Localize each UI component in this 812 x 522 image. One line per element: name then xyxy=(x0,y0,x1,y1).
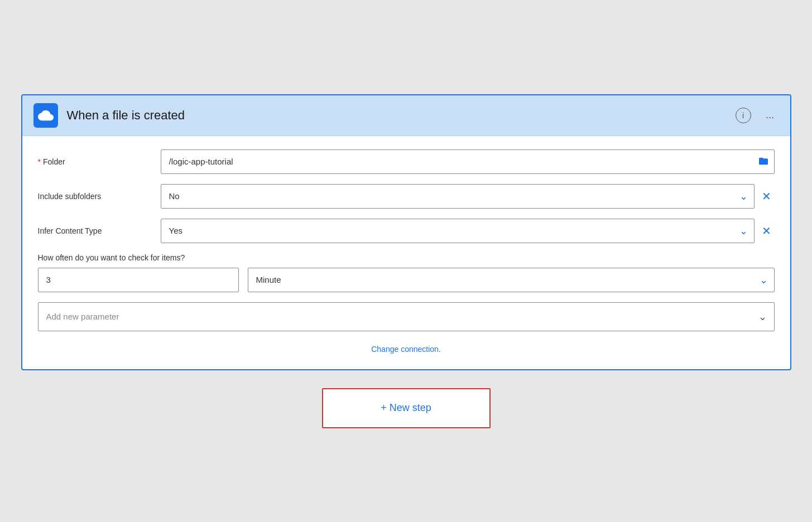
card-header: When a file is created i ... xyxy=(22,95,790,136)
folder-row: *Folder xyxy=(38,149,775,174)
include-subfolders-select[interactable]: No Yes xyxy=(161,184,755,209)
add-param-wrapper: Add new parameter ⌄ xyxy=(38,302,775,331)
ellipsis-icon: ... xyxy=(766,109,774,121)
change-connection: Change connection. xyxy=(38,345,775,354)
trigger-card: When a file is created i ... *Folder xyxy=(21,94,791,370)
folder-browse-icon xyxy=(758,156,769,165)
infer-content-type-select-wrapper: Yes No ⌄ xyxy=(161,219,755,243)
infer-content-type-control: Yes No ⌄ ✕ xyxy=(161,219,775,243)
clear-x-icon: ✕ xyxy=(762,190,771,203)
frequency-number-input[interactable] xyxy=(38,268,239,292)
include-subfolders-select-wrapper: No Yes ⌄ xyxy=(161,184,755,209)
frequency-inputs: Second Minute Hour Day Week Month ⌄ xyxy=(38,268,775,292)
infer-content-type-clear-button[interactable]: ✕ xyxy=(759,223,775,239)
new-step-container: + New step xyxy=(322,388,491,428)
frequency-section: How often do you want to check for items… xyxy=(38,253,775,292)
folder-control xyxy=(161,149,775,174)
info-button[interactable]: i xyxy=(734,107,752,124)
page-container: When a file is created i ... *Folder xyxy=(21,94,791,428)
cloud-svg xyxy=(38,108,54,123)
infer-content-type-row: Infer Content Type Yes No ⌄ ✕ xyxy=(38,219,775,243)
connector-icon xyxy=(33,103,58,128)
infer-content-type-label: Infer Content Type xyxy=(38,226,150,235)
folder-input-wrapper xyxy=(161,149,775,174)
folder-browse-button[interactable] xyxy=(758,156,769,167)
folder-input[interactable] xyxy=(161,149,775,174)
folder-label: *Folder xyxy=(38,157,150,166)
add-param-select[interactable]: Add new parameter xyxy=(38,302,775,331)
infer-clear-x-icon: ✕ xyxy=(762,224,771,238)
card-title: When a file is created xyxy=(67,108,725,123)
info-circle-icon: i xyxy=(736,108,751,123)
include-subfolders-control: No Yes ⌄ ✕ xyxy=(161,184,775,209)
include-subfolders-clear-button[interactable]: ✕ xyxy=(759,188,775,204)
more-options-button[interactable]: ... xyxy=(761,107,779,124)
new-step-button[interactable]: + New step xyxy=(322,388,491,428)
include-subfolders-row: Include subfolders No Yes ⌄ ✕ xyxy=(38,184,775,209)
change-connection-link[interactable]: Change connection. xyxy=(371,345,441,354)
frequency-unit-select[interactable]: Second Minute Hour Day Week Month xyxy=(248,268,775,292)
header-actions: i ... xyxy=(734,107,779,124)
frequency-unit-select-wrapper: Second Minute Hour Day Week Month ⌄ xyxy=(248,268,775,292)
frequency-question: How often do you want to check for items… xyxy=(38,253,775,262)
include-subfolders-label: Include subfolders xyxy=(38,192,150,201)
folder-required: * xyxy=(38,157,41,166)
card-body: *Folder Include subfolders xyxy=(22,136,790,369)
infer-content-type-select[interactable]: Yes No xyxy=(161,219,755,243)
